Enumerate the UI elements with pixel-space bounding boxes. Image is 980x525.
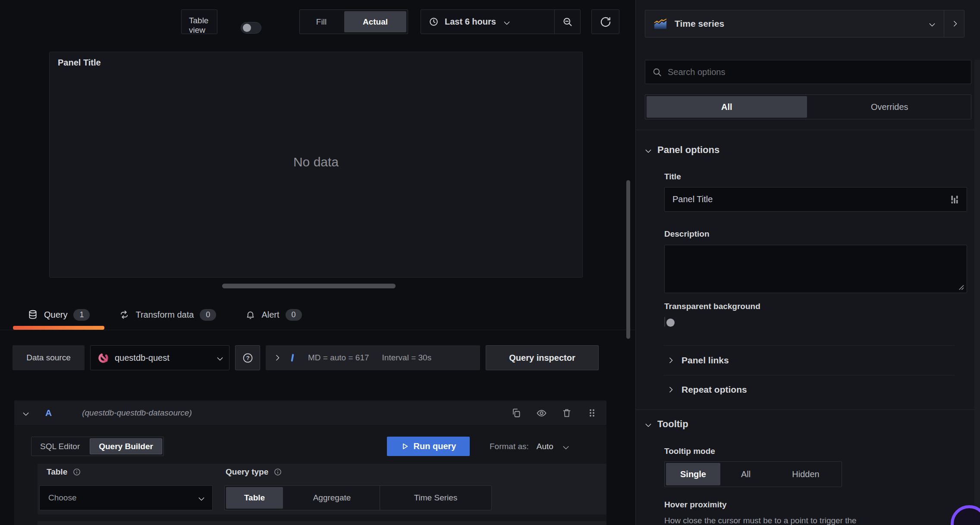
active-tab-underline	[13, 326, 104, 330]
query-ref-id[interactable]: A	[45, 408, 52, 418]
chevron-down-icon	[645, 421, 651, 427]
title-input[interactable]	[672, 194, 950, 204]
query-type-table[interactable]: Table	[226, 487, 283, 509]
format-as-control[interactable]: Format as: Auto	[490, 437, 568, 456]
panel-options-header[interactable]: Panel options	[646, 140, 719, 160]
tab-transform[interactable]: Transform data 0	[104, 302, 231, 328]
actual-option[interactable]: Actual	[344, 11, 406, 32]
run-query-label: Run query	[414, 441, 456, 451]
datasource-label: Data source	[13, 345, 85, 370]
drag-handle-icon[interactable]	[587, 408, 597, 419]
tooltip-mode-single[interactable]: Single	[666, 463, 720, 485]
svg-text:?: ?	[246, 355, 249, 361]
tooltip-mode-all[interactable]: All	[722, 462, 770, 487]
table-select-value: Choose	[48, 493, 77, 503]
panel-title: Panel Title	[58, 58, 101, 68]
zoom-out-button[interactable]	[555, 17, 580, 27]
chevron-right-icon	[951, 21, 957, 27]
visualization-name: Time series	[675, 19, 724, 29]
panel-preview[interactable]: Panel Title No data	[49, 52, 583, 278]
table-view-label: Table view	[189, 16, 217, 35]
play-icon	[401, 442, 409, 450]
row-divider	[663, 375, 955, 375]
info-circle-icon[interactable]	[273, 468, 282, 476]
floating-action-button[interactable]	[951, 505, 980, 525]
next-section-edge	[38, 521, 606, 525]
time-range-picker[interactable]: Last 6 hours	[421, 17, 554, 27]
collapse-chevron-icon[interactable]	[23, 410, 29, 416]
description-textarea[interactable]	[665, 245, 967, 293]
chevron-right-icon	[667, 387, 673, 393]
query-options-summary[interactable]: MD = auto = 617 Interval = 30s	[266, 345, 480, 370]
tab-transform-label: Transform data	[135, 310, 194, 320]
editor-tabs: Query 1 Transform data 0 Alert 0	[13, 302, 317, 328]
trash-icon[interactable]	[562, 408, 572, 419]
query-builder-option[interactable]: Query Builder	[90, 438, 162, 454]
options-search[interactable]	[645, 60, 971, 84]
eye-icon[interactable]	[536, 408, 547, 419]
tooltip-header[interactable]: Tooltip	[646, 415, 688, 434]
refresh-icon	[600, 16, 611, 28]
suggestion-bars-icon[interactable]	[950, 195, 959, 204]
chevron-down-icon	[645, 147, 651, 153]
sql-editor-option[interactable]: SQL Editor	[31, 437, 88, 456]
tab-query[interactable]: Query 1	[13, 302, 104, 328]
bell-icon	[245, 310, 255, 320]
datasource-help-button[interactable]: ?	[235, 345, 260, 370]
query-type-time-series[interactable]: Time Series	[380, 486, 491, 510]
fill-option[interactable]: Fill	[300, 10, 343, 34]
datasource-select[interactable]: questdb-quest	[90, 345, 229, 370]
chevron-right-icon	[273, 355, 280, 361]
query-type-label: Query type	[226, 467, 268, 477]
copy-icon[interactable]	[511, 408, 521, 419]
open-viz-list-button[interactable]	[944, 22, 964, 26]
refresh-button[interactable]	[591, 9, 619, 34]
transparent-background-toggle[interactable]	[664, 317, 665, 327]
chevron-right-icon	[667, 357, 673, 363]
tab-overrides[interactable]: Overrides	[808, 95, 971, 119]
panel-links-header[interactable]: Panel links	[668, 347, 729, 373]
resize-corner-icon[interactable]	[958, 284, 964, 291]
visualization-picker[interactable]: Time series	[645, 10, 964, 38]
info-circle-icon[interactable]	[72, 468, 81, 476]
repeat-options-header[interactable]: Repeat options	[668, 377, 747, 403]
chevron-down-icon	[929, 21, 935, 27]
sidebar-scrollbar[interactable]	[974, 60, 980, 525]
max-data-points: MD = auto = 617	[308, 353, 369, 362]
title-field[interactable]	[664, 187, 967, 212]
table-field-label: Table	[47, 467, 67, 477]
transparent-background-label: Transparent background	[664, 302, 760, 311]
clock-icon	[429, 17, 439, 27]
chevron-down-icon	[198, 495, 204, 501]
all-overrides-tabs: All Overrides	[645, 94, 971, 119]
query-type-aggregate[interactable]: Aggregate	[284, 486, 380, 510]
description-label: Description	[664, 229, 710, 239]
query-inspector-button[interactable]: Query inspector	[486, 345, 599, 370]
tab-alert[interactable]: Alert 0	[231, 302, 316, 328]
description-field[interactable]	[664, 245, 967, 293]
database-icon	[28, 309, 38, 320]
tab-transform-badge: 0	[200, 309, 216, 321]
no-data-message: No data	[50, 155, 582, 169]
interval: Interval = 30s	[382, 353, 432, 362]
options-search-input[interactable]	[668, 67, 964, 77]
run-query-button[interactable]: Run query	[387, 437, 470, 456]
format-as-value: Auto	[537, 442, 553, 451]
time-range-label: Last 6 hours	[445, 17, 496, 27]
table-view-toggle[interactable]	[241, 22, 261, 34]
table-select[interactable]: Choose	[39, 485, 213, 510]
query-row-header[interactable]: A (questdb-questdb-datasource)	[14, 400, 606, 425]
transform-icon	[119, 309, 129, 320]
section-divider	[636, 409, 980, 410]
title-label: Title	[664, 172, 681, 181]
tab-all[interactable]: All	[647, 96, 807, 118]
repeat-options-label: Repeat options	[682, 384, 747, 395]
vertical-scrollbar[interactable]	[626, 180, 630, 339]
horizontal-scrollbar[interactable]	[222, 284, 396, 288]
options-sidebar: Time series All Overrides Panel options …	[635, 0, 980, 525]
loading-tick	[291, 354, 294, 362]
builder-fields: Table Query type Choose Table Aggregate …	[38, 464, 606, 515]
fill-actual-segmented: Fill Actual	[299, 9, 408, 34]
tooltip-mode-hidden[interactable]: Hidden	[770, 462, 842, 487]
time-range-group: Last 6 hours	[421, 9, 581, 34]
